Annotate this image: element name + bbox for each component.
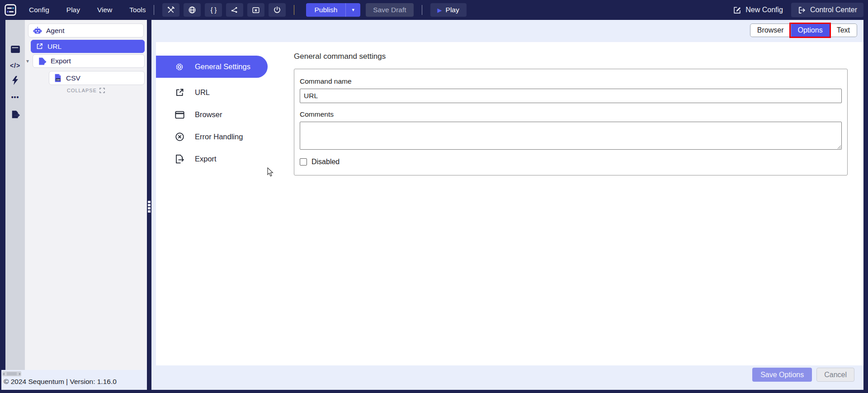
- menu-view[interactable]: View: [97, 6, 112, 14]
- form-heading: General command settings: [294, 52, 848, 61]
- publish-button[interactable]: Publish: [306, 3, 346, 17]
- control-center-button[interactable]: Control Center: [791, 3, 863, 17]
- external-link-icon: [174, 88, 185, 97]
- menu-play[interactable]: Play: [66, 6, 80, 14]
- disabled-label: Disabled: [311, 158, 340, 166]
- settings-nav-error-handling[interactable]: Error Handling: [156, 126, 274, 148]
- code-panel-icon[interactable]: </>: [5, 59, 25, 72]
- actions-panel-icon[interactable]: [5, 74, 25, 87]
- settings-nav-label: URL: [195, 88, 210, 97]
- settings-nav-export[interactable]: Export: [156, 148, 274, 170]
- logout-icon: [797, 6, 806, 14]
- tree-item-url[interactable]: URL: [31, 40, 145, 53]
- expand-corners-icon: [99, 88, 105, 93]
- separator: [422, 5, 422, 15]
- comments-textarea[interactable]: [300, 122, 842, 150]
- settings-nav-general[interactable]: General Settings: [156, 56, 268, 78]
- menu-config[interactable]: Config: [29, 6, 49, 14]
- command-settings-fieldset: Command name Comments Disabled: [294, 69, 848, 175]
- collapse-label: COLLAPSE: [67, 88, 97, 93]
- error-circle-icon: [174, 132, 185, 142]
- edit-icon: [733, 6, 741, 14]
- play-button-label: Play: [446, 6, 459, 14]
- more-panel-icon[interactable]: •••: [5, 90, 25, 104]
- menu-tools[interactable]: Tools: [129, 6, 146, 14]
- general-settings-form: General command settings Command name Co…: [294, 52, 848, 175]
- tree-item-label: Agent: [46, 27, 65, 35]
- main-area: Browser Options Text General Settings: [151, 20, 863, 390]
- scrollbar-thumb[interactable]: [7, 372, 17, 375]
- disabled-checkbox-row: Disabled: [300, 158, 841, 166]
- braces-glyph: { }: [211, 6, 217, 14]
- separator: [154, 5, 154, 15]
- power-icon[interactable]: [269, 3, 286, 17]
- collapse-tree-button[interactable]: COLLAPSE: [25, 88, 147, 93]
- separator: [294, 5, 294, 15]
- status-footer: © 2024 Sequentum | Version: 1.16.0: [1, 370, 147, 390]
- csv-file-icon: CSV: [54, 74, 62, 82]
- braces-icon[interactable]: { }: [205, 3, 222, 17]
- settings-nav-label: General Settings: [195, 62, 250, 71]
- export-panel-icon[interactable]: [5, 108, 25, 121]
- scroll-left-icon[interactable]: [3, 373, 5, 375]
- disabled-checkbox[interactable]: [300, 158, 307, 166]
- grip-dots-icon: [148, 201, 151, 213]
- new-config-label: New Config: [745, 6, 783, 14]
- play-button[interactable]: ▶ Play: [430, 3, 467, 17]
- browser-icon: [174, 111, 185, 119]
- tools-icon[interactable]: [162, 3, 179, 17]
- tree-item-export[interactable]: ▾ Export: [33, 54, 145, 68]
- settings-nav-label: Browser: [195, 110, 222, 119]
- app-window: Config Play View Tools { }: [0, 0, 868, 393]
- tree-item-csv[interactable]: CSV CSV: [49, 71, 145, 85]
- menu-bar: Config Play View Tools: [29, 6, 146, 14]
- view-tab-group: Browser Options Text: [750, 24, 857, 37]
- options-action-bar: Save Options Cancel: [752, 368, 854, 382]
- settings-nav: General Settings URL: [156, 56, 274, 170]
- sequentum-logo-icon[interactable]: [4, 3, 17, 17]
- save-draft-button[interactable]: Save Draft: [366, 3, 413, 17]
- settings-nav-label: Export: [195, 155, 217, 163]
- horizontal-scrollbar[interactable]: [2, 371, 21, 376]
- svg-text:CSV: CSV: [56, 79, 60, 81]
- export-icon: [174, 154, 185, 164]
- tree-item-label: Export: [51, 57, 71, 65]
- robot-icon: [33, 27, 42, 35]
- command-name-input[interactable]: [300, 89, 842, 103]
- chevron-down-icon: ▼: [351, 8, 355, 12]
- browser-panel-icon[interactable]: [5, 43, 25, 56]
- scroll-right-icon[interactable]: [19, 373, 21, 375]
- settings-nav-label: Error Handling: [195, 133, 243, 141]
- topbar: Config Play View Tools { }: [0, 0, 868, 20]
- toolbar-icon-group: { }: [162, 3, 286, 17]
- panel-resize-handle[interactable]: [147, 20, 151, 390]
- folder-x-icon[interactable]: [247, 3, 264, 17]
- network-icon[interactable]: [226, 3, 243, 17]
- play-icon: ▶: [438, 7, 442, 14]
- chevron-down-icon[interactable]: ▾: [26, 58, 29, 64]
- tree-item-agent[interactable]: Agent: [28, 24, 144, 38]
- command-name-label: Command name: [300, 77, 841, 85]
- comments-label: Comments: [300, 110, 841, 118]
- new-config-button[interactable]: New Config: [733, 6, 783, 14]
- publish-group: Publish ▼: [306, 3, 360, 17]
- version-text: © 2024 Sequentum | Version: 1.16.0: [4, 378, 117, 386]
- tree-item-label: CSV: [66, 74, 80, 82]
- control-center-label: Control Center: [810, 6, 857, 14]
- ellipsis-glyph: •••: [11, 94, 19, 101]
- settings-nav-url[interactable]: URL: [156, 81, 274, 104]
- tab-text[interactable]: Text: [830, 24, 857, 37]
- cancel-button[interactable]: Cancel: [816, 368, 854, 382]
- external-link-icon: [36, 43, 43, 50]
- settings-nav-browser[interactable]: Browser: [156, 104, 274, 126]
- gear-icon: [174, 62, 185, 72]
- left-icon-rail: </> •••: [5, 20, 25, 370]
- tab-browser[interactable]: Browser: [750, 24, 791, 37]
- globe-icon[interactable]: [184, 3, 201, 17]
- save-options-button[interactable]: Save Options: [752, 368, 812, 382]
- tab-options[interactable]: Options: [791, 24, 830, 37]
- export-icon: [38, 57, 47, 66]
- tree-item-label: URL: [47, 43, 61, 51]
- code-glyph: </>: [10, 62, 20, 69]
- publish-dropdown-button[interactable]: ▼: [346, 3, 360, 17]
